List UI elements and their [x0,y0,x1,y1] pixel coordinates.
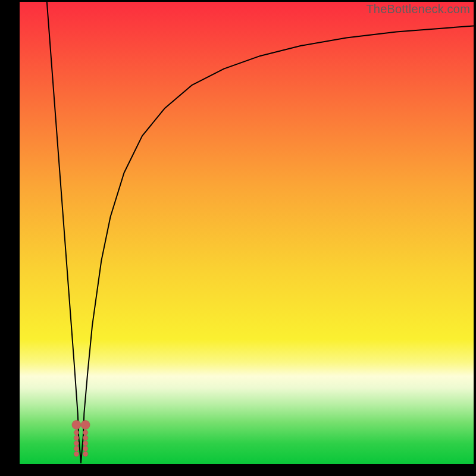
valley-marker [74,446,79,451]
valley-marker [83,430,87,435]
plot-area [20,2,474,464]
chart-frame: TheBottleneck.com [0,0,476,476]
watermark-text: TheBottleneck.com [366,2,470,16]
valley-marker [83,436,87,440]
valley-marker [72,420,81,429]
valley-marker [83,446,87,451]
valley-marker [81,420,90,429]
curve-layer [20,2,474,464]
valley-marker [74,430,79,435]
valley-marker [74,452,79,456]
valley-marker [74,436,79,440]
bottleneck-curve [47,2,474,463]
valley-marker [83,441,87,446]
valley-marker [74,441,79,446]
valley-marker [83,452,87,456]
